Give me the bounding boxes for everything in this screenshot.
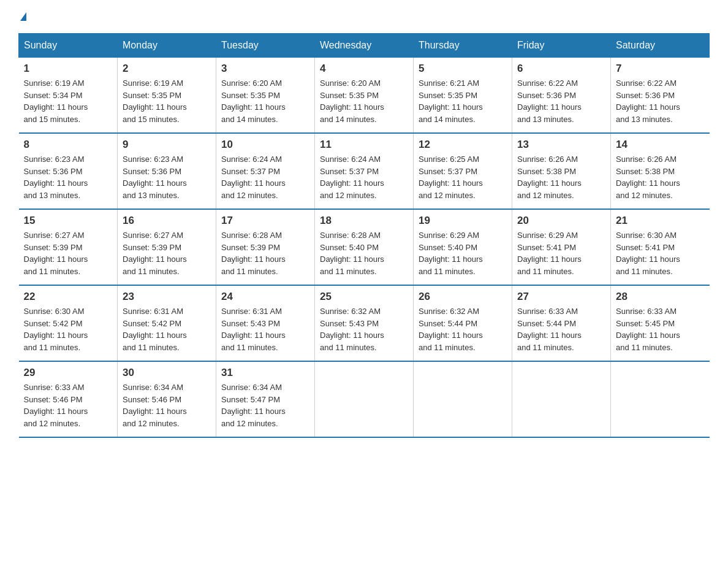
day-number: 24 [221, 291, 309, 303]
logo [18, 12, 26, 21]
calendar-cell [512, 361, 611, 437]
day-number: 8 [24, 139, 113, 151]
day-number: 4 [320, 63, 408, 75]
day-info: Sunrise: 6:30 AM Sunset: 5:42 PM Dayligh… [24, 305, 113, 353]
day-info: Sunrise: 6:21 AM Sunset: 5:35 PM Dayligh… [419, 77, 507, 125]
page-header [18, 12, 710, 21]
day-number: 23 [123, 291, 211, 303]
day-number: 16 [123, 215, 211, 227]
day-info: Sunrise: 6:26 AM Sunset: 5:38 PM Dayligh… [517, 153, 605, 201]
day-info: Sunrise: 6:20 AM Sunset: 5:35 PM Dayligh… [221, 77, 309, 125]
day-info: Sunrise: 6:26 AM Sunset: 5:38 PM Dayligh… [616, 153, 705, 201]
day-number: 11 [320, 139, 408, 151]
header-wednesday: Wednesday [315, 34, 414, 58]
calendar-cell: 22 Sunrise: 6:30 AM Sunset: 5:42 PM Dayl… [19, 285, 118, 361]
calendar-cell: 8 Sunrise: 6:23 AM Sunset: 5:36 PM Dayli… [19, 133, 118, 209]
day-info: Sunrise: 6:27 AM Sunset: 5:39 PM Dayligh… [24, 229, 113, 277]
day-number: 17 [221, 215, 309, 227]
calendar-table: SundayMondayTuesdayWednesdayThursdayFrid… [18, 33, 710, 438]
day-info: Sunrise: 6:30 AM Sunset: 5:41 PM Dayligh… [616, 229, 705, 277]
calendar-cell: 12 Sunrise: 6:25 AM Sunset: 5:37 PM Dayl… [414, 133, 512, 209]
calendar-cell: 29 Sunrise: 6:33 AM Sunset: 5:46 PM Dayl… [19, 361, 118, 437]
calendar-cell: 4 Sunrise: 6:20 AM Sunset: 5:35 PM Dayli… [315, 58, 414, 134]
day-info: Sunrise: 6:23 AM Sunset: 5:36 PM Dayligh… [24, 153, 113, 201]
calendar-cell: 15 Sunrise: 6:27 AM Sunset: 5:39 PM Dayl… [19, 209, 118, 285]
calendar-cell: 30 Sunrise: 6:34 AM Sunset: 5:46 PM Dayl… [118, 361, 216, 437]
calendar-cell: 31 Sunrise: 6:34 AM Sunset: 5:47 PM Dayl… [216, 361, 315, 437]
calendar-cell: 7 Sunrise: 6:22 AM Sunset: 5:36 PM Dayli… [611, 58, 710, 134]
day-number: 26 [419, 291, 507, 303]
calendar-cell: 27 Sunrise: 6:33 AM Sunset: 5:44 PM Dayl… [512, 285, 611, 361]
day-number: 20 [517, 215, 605, 227]
calendar-cell [315, 361, 414, 437]
week-row-4: 22 Sunrise: 6:30 AM Sunset: 5:42 PM Dayl… [19, 285, 710, 361]
day-number: 14 [616, 139, 705, 151]
day-info: Sunrise: 6:24 AM Sunset: 5:37 PM Dayligh… [221, 153, 309, 201]
day-number: 21 [616, 215, 705, 227]
day-number: 2 [123, 63, 211, 75]
week-row-5: 29 Sunrise: 6:33 AM Sunset: 5:46 PM Dayl… [19, 361, 710, 437]
day-number: 15 [24, 215, 113, 227]
day-info: Sunrise: 6:31 AM Sunset: 5:42 PM Dayligh… [123, 305, 211, 353]
calendar-cell: 6 Sunrise: 6:22 AM Sunset: 5:36 PM Dayli… [512, 58, 611, 134]
header-monday: Monday [118, 34, 216, 58]
calendar-header-row: SundayMondayTuesdayWednesdayThursdayFrid… [19, 34, 710, 58]
calendar-cell: 26 Sunrise: 6:32 AM Sunset: 5:44 PM Dayl… [414, 285, 512, 361]
calendar-cell: 19 Sunrise: 6:29 AM Sunset: 5:40 PM Dayl… [414, 209, 512, 285]
day-info: Sunrise: 6:19 AM Sunset: 5:34 PM Dayligh… [24, 77, 113, 125]
calendar-cell: 1 Sunrise: 6:19 AM Sunset: 5:34 PM Dayli… [19, 58, 118, 134]
calendar-cell: 11 Sunrise: 6:24 AM Sunset: 5:37 PM Dayl… [315, 133, 414, 209]
calendar-cell: 14 Sunrise: 6:26 AM Sunset: 5:38 PM Dayl… [611, 133, 710, 209]
day-number: 22 [24, 291, 113, 303]
calendar-cell [611, 361, 710, 437]
day-info: Sunrise: 6:28 AM Sunset: 5:40 PM Dayligh… [320, 229, 408, 277]
day-info: Sunrise: 6:22 AM Sunset: 5:36 PM Dayligh… [616, 77, 705, 125]
calendar-cell: 16 Sunrise: 6:27 AM Sunset: 5:39 PM Dayl… [118, 209, 216, 285]
day-number: 5 [419, 63, 507, 75]
day-number: 27 [517, 291, 605, 303]
calendar-cell: 17 Sunrise: 6:28 AM Sunset: 5:39 PM Dayl… [216, 209, 315, 285]
day-number: 18 [320, 215, 408, 227]
day-info: Sunrise: 6:33 AM Sunset: 5:45 PM Dayligh… [616, 305, 705, 353]
day-info: Sunrise: 6:23 AM Sunset: 5:36 PM Dayligh… [123, 153, 211, 201]
day-number: 28 [616, 291, 705, 303]
logo-triangle-icon [20, 12, 26, 21]
header-thursday: Thursday [414, 34, 512, 58]
day-info: Sunrise: 6:33 AM Sunset: 5:46 PM Dayligh… [24, 381, 113, 429]
day-info: Sunrise: 6:28 AM Sunset: 5:39 PM Dayligh… [221, 229, 309, 277]
day-number: 12 [419, 139, 507, 151]
day-info: Sunrise: 6:20 AM Sunset: 5:35 PM Dayligh… [320, 77, 408, 125]
week-row-2: 8 Sunrise: 6:23 AM Sunset: 5:36 PM Dayli… [19, 133, 710, 209]
day-number: 9 [123, 139, 211, 151]
day-number: 10 [221, 139, 309, 151]
calendar-cell: 9 Sunrise: 6:23 AM Sunset: 5:36 PM Dayli… [118, 133, 216, 209]
day-number: 6 [517, 63, 605, 75]
day-number: 7 [616, 63, 705, 75]
header-saturday: Saturday [611, 34, 710, 58]
day-number: 13 [517, 139, 605, 151]
day-number: 3 [221, 63, 309, 75]
day-number: 25 [320, 291, 408, 303]
calendar-cell: 23 Sunrise: 6:31 AM Sunset: 5:42 PM Dayl… [118, 285, 216, 361]
day-number: 31 [221, 367, 309, 379]
day-info: Sunrise: 6:29 AM Sunset: 5:40 PM Dayligh… [419, 229, 507, 277]
week-row-3: 15 Sunrise: 6:27 AM Sunset: 5:39 PM Dayl… [19, 209, 710, 285]
day-info: Sunrise: 6:31 AM Sunset: 5:43 PM Dayligh… [221, 305, 309, 353]
day-number: 30 [123, 367, 211, 379]
calendar-cell: 10 Sunrise: 6:24 AM Sunset: 5:37 PM Dayl… [216, 133, 315, 209]
calendar-cell: 5 Sunrise: 6:21 AM Sunset: 5:35 PM Dayli… [414, 58, 512, 134]
day-info: Sunrise: 6:27 AM Sunset: 5:39 PM Dayligh… [123, 229, 211, 277]
day-number: 1 [24, 63, 113, 75]
day-info: Sunrise: 6:19 AM Sunset: 5:35 PM Dayligh… [123, 77, 211, 125]
header-sunday: Sunday [19, 34, 118, 58]
calendar-cell: 20 Sunrise: 6:29 AM Sunset: 5:41 PM Dayl… [512, 209, 611, 285]
week-row-1: 1 Sunrise: 6:19 AM Sunset: 5:34 PM Dayli… [19, 58, 710, 134]
day-info: Sunrise: 6:33 AM Sunset: 5:44 PM Dayligh… [517, 305, 605, 353]
calendar-cell: 25 Sunrise: 6:32 AM Sunset: 5:43 PM Dayl… [315, 285, 414, 361]
day-info: Sunrise: 6:24 AM Sunset: 5:37 PM Dayligh… [320, 153, 408, 201]
day-info: Sunrise: 6:32 AM Sunset: 5:44 PM Dayligh… [419, 305, 507, 353]
day-info: Sunrise: 6:34 AM Sunset: 5:47 PM Dayligh… [221, 381, 309, 429]
day-info: Sunrise: 6:29 AM Sunset: 5:41 PM Dayligh… [517, 229, 605, 277]
day-info: Sunrise: 6:34 AM Sunset: 5:46 PM Dayligh… [123, 381, 211, 429]
header-tuesday: Tuesday [216, 34, 315, 58]
